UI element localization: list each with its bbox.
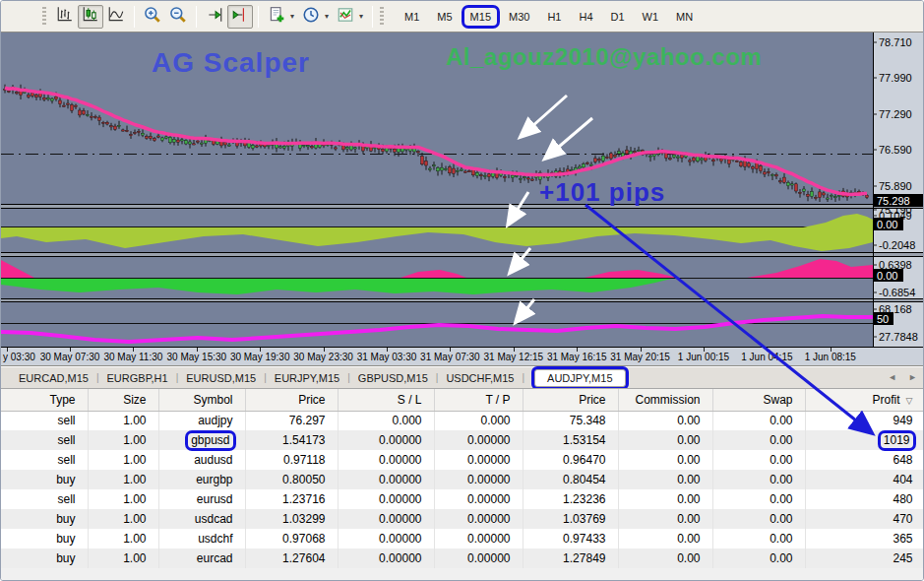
order-cell: 0.00 (712, 489, 805, 509)
column-header-symbol[interactable]: Symbol (158, 389, 245, 411)
timeframe-button-m30[interactable]: M30 (503, 8, 535, 26)
toolbar-separator (372, 6, 373, 28)
order-row-eurcad[interactable]: buy1.00eurcad1.276040.000000.000001.2784… (1, 549, 924, 568)
chart-tab-gbpusd[interactable]: GBPUSD,M15 (350, 370, 436, 386)
order-row-usdchf[interactable]: buy1.00usdchf0.970680.000000.000000.9743… (1, 529, 924, 549)
order-cell: 1.00 (88, 411, 158, 430)
order-cell: 0.00 (618, 470, 712, 489)
order-cell: 0.97433 (523, 529, 618, 549)
order-cell: sell (1, 430, 88, 450)
time-axis-label: y 03:30 (3, 352, 35, 362)
templates-dropdown-caret[interactable]: ▾ (290, 12, 294, 21)
chart-area[interactable]: 75.19078.71077.99077.29076.59075.89075.2… (1, 32, 924, 348)
indicators-icon (337, 6, 354, 28)
timeframe-button-h4[interactable]: H4 (573, 8, 598, 26)
order-row-usdcad[interactable]: buy1.00usdcad1.032990.000000.000001.0376… (1, 509, 924, 529)
order-cell: 1.27604 (245, 549, 338, 568)
order-cell: 0.00000 (338, 450, 434, 470)
order-cell: 0.00000 (338, 549, 434, 568)
orders-table: TypeSizeSymbolPriceS / LT / PPriceCommis… (1, 389, 924, 568)
zoom-in-icon (144, 6, 161, 28)
bar-chart-icon (56, 6, 74, 28)
column-header-tp[interactable]: T / P (434, 389, 523, 411)
toolbar-grip[interactable] (380, 7, 384, 27)
time-axis-label: 30 May 11:30 (103, 352, 162, 362)
timeframe-button-m1[interactable]: M1 (399, 8, 425, 26)
toolbar: ▾ ▾ ▾ M1M5M15M30H1H4D1W1MN (1, 1, 923, 32)
order-cell: audusd (158, 450, 245, 470)
order-cell: 1.03299 (245, 509, 338, 529)
timeframe-button-d1[interactable]: D1 (605, 8, 631, 26)
tab-scroll-right-icon[interactable]: ► (908, 372, 917, 382)
column-header-size[interactable]: Size (88, 389, 158, 411)
chart-tab-eurgbp[interactable]: EURGBP,H1 (99, 370, 176, 386)
column-header-price[interactable]: Price (523, 389, 618, 411)
bar-chart-button[interactable] (52, 5, 78, 29)
order-row-gbpusd[interactable]: sell1.00gbpusd1.541730.000000.000001.531… (1, 430, 924, 450)
price-chart[interactable]: 75.19078.71077.99077.29076.59075.89075.2… (1, 32, 924, 348)
order-cell: 0.00 (618, 529, 712, 549)
time-axis-label: 31 May 16:15 (547, 352, 607, 362)
templates-button[interactable] (264, 5, 289, 29)
toolbar-separator (134, 6, 135, 28)
order-row-audusd[interactable]: sell1.00audusd0.971180.000000.000000.964… (1, 450, 924, 470)
column-header-type[interactable]: Type (1, 389, 88, 411)
time-axis[interactable]: y 03:3030 May 07:3030 May 11:3030 May 15… (1, 348, 924, 366)
chart-tab-eurjpy[interactable]: EURJPY,M15 (267, 370, 347, 386)
periods-dropdown-caret[interactable]: ▾ (325, 12, 329, 21)
order-cell: 1019 (805, 430, 924, 450)
tab-scroll-left-icon[interactable]: ◄ (888, 372, 896, 382)
chart-tab-eurusd[interactable]: EURUSD,M15 (178, 370, 264, 386)
current-price-label: 75.298 (877, 195, 910, 207)
chart-tab-usdchf[interactable]: USDCHF,M15 (438, 370, 522, 386)
line-chart-button[interactable] (103, 5, 129, 29)
chart-tab-eurcad[interactable]: EURCAD,M15 (11, 370, 96, 386)
indicators-button[interactable] (333, 5, 358, 29)
timeframe-button-w1[interactable]: W1 (637, 8, 665, 26)
timeframe-button-m5[interactable]: M5 (431, 8, 458, 26)
templates-icon (268, 6, 285, 28)
column-header-profit[interactable]: Profit▽ (805, 389, 924, 411)
order-cell: 0.00 (618, 450, 712, 470)
price-tick-label: 77.990 (879, 72, 912, 84)
column-header-swap[interactable]: Swap (712, 389, 805, 411)
tab-scroll-buttons: ◄► (888, 372, 917, 382)
toolbar-grip[interactable] (42, 7, 46, 27)
timeframe-button-m15[interactable]: M15 (464, 8, 497, 26)
order-cell: 0.00 (618, 411, 712, 430)
chart-tab-bar: EURCAD,M15|EURGBP,H1|EURUSD,M15|EURJPY,M… (1, 367, 924, 388)
timeframe-button-h1[interactable]: H1 (541, 8, 567, 26)
zoom-out-button[interactable] (165, 5, 191, 29)
time-axis-label: 31 May 12:15 (483, 352, 543, 362)
column-header-price[interactable]: Price (245, 389, 338, 411)
column-header-sl[interactable]: S / L (338, 389, 434, 411)
column-header-commission[interactable]: Commission (618, 389, 712, 411)
order-cell: 1.00 (88, 489, 158, 509)
time-axis-label: 30 May 15:30 (166, 352, 226, 362)
order-cell: 76.297 (245, 411, 338, 430)
order-row-audjpy[interactable]: sell1.00audjpy76.2970.0000.00075.3480.00… (1, 411, 924, 430)
chart-tab-audjpy[interactable]: AUDJPY,M15 (534, 369, 625, 387)
order-cell: 1.23716 (245, 489, 338, 509)
time-axis-label: 1 Jun 08:15 (805, 352, 856, 362)
periods-button[interactable] (298, 5, 324, 29)
order-cell: 75.348 (523, 411, 618, 430)
order-cell: 0.00 (712, 549, 805, 568)
timeframe-button-mn[interactable]: MN (670, 8, 699, 26)
order-row-eurusd[interactable]: sell1.00eurusd1.237160.000000.000001.232… (1, 489, 924, 509)
tab-separator: | (522, 372, 524, 383)
order-cell: 0.00 (712, 509, 805, 529)
auto-scroll-button[interactable] (202, 5, 227, 29)
order-cell: audjpy (158, 411, 245, 430)
toolbar-separator (196, 6, 197, 28)
order-row-eurgbp[interactable]: buy1.00eurgbp0.800500.000000.000000.8045… (1, 470, 924, 489)
zoom-in-button[interactable] (140, 5, 165, 29)
candlestick-chart-button[interactable] (78, 5, 103, 29)
chart-shift-button[interactable] (227, 5, 253, 29)
clock-icon (302, 6, 320, 28)
order-cell: usdchf (158, 529, 245, 549)
indicator1-level: 0.00 (877, 219, 897, 230)
indicator2-tick: -0.6854 (879, 287, 915, 298)
indicators-dropdown-caret[interactable]: ▾ (359, 12, 363, 21)
order-cell: 470 (805, 509, 924, 529)
